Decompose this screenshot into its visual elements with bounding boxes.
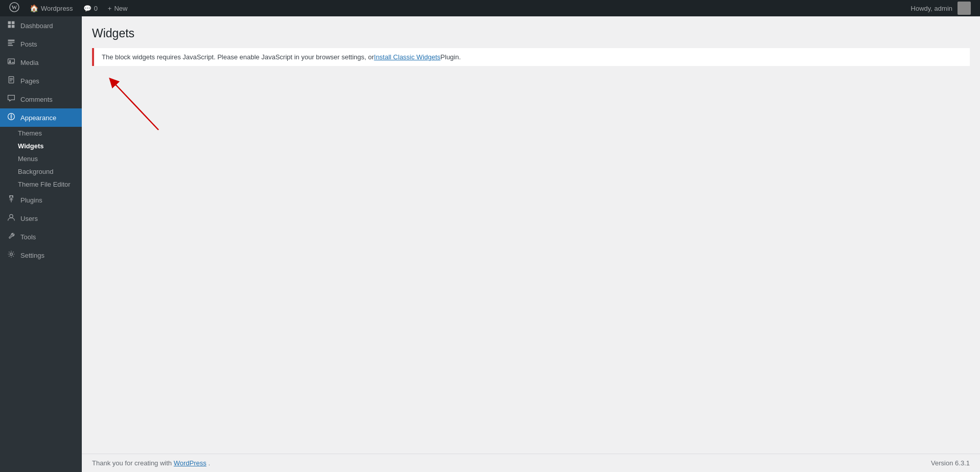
notice-box: The block widgets requires JavaScript. P… xyxy=(92,48,970,66)
sidebar-item-users-label: Users xyxy=(20,215,38,222)
appearance-icon xyxy=(6,113,16,123)
sidebar-item-background[interactable]: Background xyxy=(0,165,82,178)
wp-logo-button[interactable]: W xyxy=(4,0,25,16)
comments-icon: 💬 xyxy=(83,5,92,12)
svg-rect-3 xyxy=(12,21,15,25)
pages-icon xyxy=(6,76,16,86)
site-name-button[interactable]: 🏠 Wordpress xyxy=(25,0,78,16)
svg-rect-8 xyxy=(8,43,12,44)
sidebar-item-appearance[interactable]: Appearance xyxy=(0,108,82,127)
svg-rect-13 xyxy=(10,78,13,79)
sidebar-item-plugins[interactable]: Plugins xyxy=(0,191,82,209)
site-name-label: Wordpress xyxy=(41,5,73,12)
sidebar-item-media[interactable]: Media xyxy=(0,53,82,72)
home-icon: 🏠 xyxy=(30,4,38,12)
footer-left: Thank you for creating with WordPress . xyxy=(92,459,210,467)
sidebar-widgets-label: Widgets xyxy=(18,142,43,150)
sidebar-item-settings-label: Settings xyxy=(20,252,44,259)
sidebar-item-dashboard-label: Dashboard xyxy=(20,22,53,30)
sidebar-item-posts-label: Posts xyxy=(20,40,37,48)
users-icon xyxy=(6,213,16,223)
svg-point-20 xyxy=(10,214,13,217)
notice-text: The block widgets requires JavaScript. P… xyxy=(102,53,374,61)
plugins-icon xyxy=(6,195,16,205)
footer-version: Version 6.3.1 xyxy=(931,459,970,467)
svg-point-18 xyxy=(10,196,11,197)
sidebar-item-themes[interactable]: Themes xyxy=(0,127,82,140)
wp-logo-icon: W xyxy=(9,2,19,15)
media-icon xyxy=(6,57,16,68)
sidebar-menus-label: Menus xyxy=(18,155,38,163)
new-icon: + xyxy=(108,5,112,12)
svg-line-22 xyxy=(112,81,158,130)
main-content: Widgets The block widgets requires JavaS… xyxy=(82,16,980,472)
svg-point-19 xyxy=(12,196,13,197)
new-content-button[interactable]: + New xyxy=(103,0,133,16)
notice-link[interactable]: Install Classic Widgets xyxy=(374,53,441,61)
sidebar-item-tools[interactable]: Tools xyxy=(0,228,82,246)
tools-icon xyxy=(6,232,16,242)
sidebar-item-media-label: Media xyxy=(20,59,38,66)
sidebar-themes-label: Themes xyxy=(18,129,42,137)
footer-thank-you: Thank you for creating with xyxy=(92,459,174,467)
svg-rect-7 xyxy=(8,42,15,43)
sidebar-item-users[interactable]: Users xyxy=(0,209,82,228)
footer-right: Version 6.3.1 xyxy=(931,459,970,467)
svg-rect-2 xyxy=(8,21,11,25)
settings-icon xyxy=(6,250,16,260)
sidebar-theme-file-editor-label: Theme File Editor xyxy=(18,181,71,188)
sidebar-item-menus[interactable]: Menus xyxy=(0,152,82,165)
svg-rect-10 xyxy=(8,59,15,64)
admin-bar: W 🏠 Wordpress 💬 0 + New Howdy, admin xyxy=(0,0,980,16)
svg-point-21 xyxy=(10,253,13,256)
howdy-label: Howdy, admin xyxy=(911,5,952,12)
sidebar-item-posts[interactable]: Posts xyxy=(0,35,82,53)
sidebar-background-label: Background xyxy=(18,168,53,175)
dashboard-icon xyxy=(6,20,16,31)
sidebar-item-tools-label: Tools xyxy=(20,233,36,241)
avatar xyxy=(958,2,971,15)
sidebar-item-comments-label: Comments xyxy=(20,96,53,103)
svg-rect-6 xyxy=(8,40,15,41)
comments-sidebar-icon xyxy=(6,94,16,104)
new-label: New xyxy=(114,5,127,12)
footer-wp-link[interactable]: WordPress xyxy=(174,459,207,467)
svg-rect-15 xyxy=(10,81,12,81)
sidebar: Dashboard Posts Media Pages Comments xyxy=(0,16,82,472)
comments-button[interactable]: 💬 0 xyxy=(78,0,103,16)
sidebar-item-dashboard[interactable]: Dashboard xyxy=(0,16,82,35)
annotation-arrow-svg xyxy=(92,74,194,135)
appearance-arrow xyxy=(79,115,82,121)
sidebar-item-theme-file-editor[interactable]: Theme File Editor xyxy=(0,178,82,191)
svg-rect-5 xyxy=(12,25,15,28)
notice-suffix: Plugin. xyxy=(441,53,461,61)
sidebar-item-pages[interactable]: Pages xyxy=(0,72,82,90)
page-title: Widgets xyxy=(92,27,970,40)
posts-icon xyxy=(6,39,16,49)
footer: Thank you for creating with WordPress . … xyxy=(82,454,980,472)
svg-rect-14 xyxy=(10,79,13,80)
sidebar-item-appearance-label: Appearance xyxy=(20,114,56,122)
sidebar-item-plugins-label: Plugins xyxy=(20,196,42,204)
sidebar-item-settings[interactable]: Settings xyxy=(0,246,82,264)
sidebar-item-pages-label: Pages xyxy=(20,77,39,85)
svg-rect-9 xyxy=(8,45,13,46)
howdy-button[interactable]: Howdy, admin xyxy=(906,0,976,16)
sidebar-item-comments[interactable]: Comments xyxy=(0,90,82,108)
sidebar-item-widgets[interactable]: Widgets xyxy=(0,140,82,152)
footer-period: . xyxy=(208,459,210,467)
comments-count: 0 xyxy=(94,5,98,12)
annotation-container xyxy=(92,74,245,135)
svg-rect-4 xyxy=(8,25,11,28)
svg-text:W: W xyxy=(12,4,17,10)
